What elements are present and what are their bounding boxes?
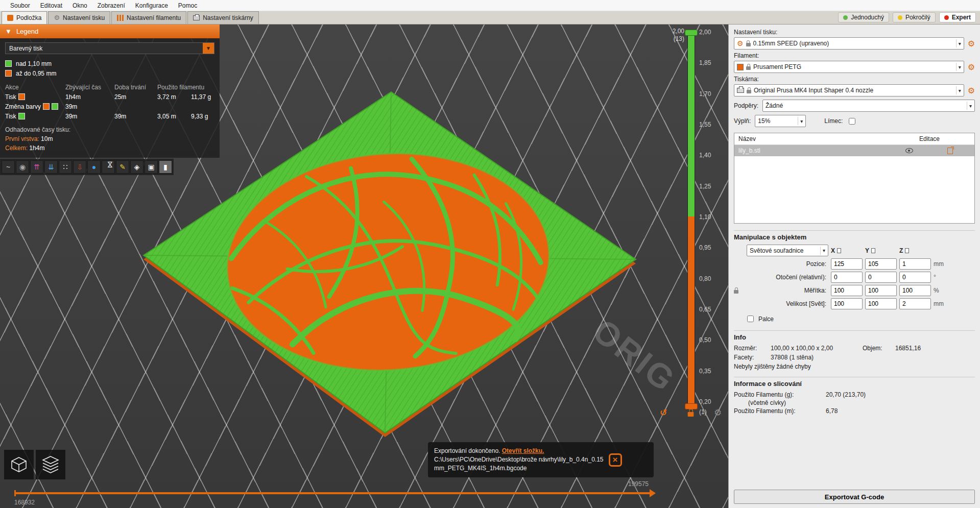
- travel-icon[interactable]: ~: [2, 160, 15, 174]
- layers-icon: [41, 455, 60, 474]
- supports-label: Podpěry:: [734, 102, 758, 109]
- position-x-input[interactable]: [831, 258, 863, 270]
- wipe-icon[interactable]: ◉: [16, 160, 29, 174]
- mode-expert-button[interactable]: Expert: [939, 12, 976, 22]
- object-row[interactable]: lily_b.stl: [734, 145, 974, 156]
- print-settings-gear-icon[interactable]: ⚙: [968, 39, 975, 49]
- 3d-viewport[interactable]: ORIG ▼ Legend Barevný tisk ▼ nad 1,10 mm…: [0, 25, 728, 508]
- position-z-input[interactable]: [899, 258, 931, 270]
- tool-change-icon[interactable]: ⇩: [73, 160, 86, 174]
- supports-select[interactable]: Žádné ▾: [762, 100, 975, 112]
- print-settings-label: Nastavení tisku:: [734, 29, 975, 36]
- scale-y-input[interactable]: [865, 285, 897, 296]
- tab-plater[interactable]: Podložka: [2, 11, 47, 24]
- seams-icon[interactable]: ∷: [59, 160, 72, 174]
- hslider-track[interactable]: [16, 492, 650, 494]
- custom-gcode-icon[interactable]: ✎: [116, 160, 129, 174]
- printer-profile-value: Original Prusa MK4 Input Shaper 0.4 nozz…: [754, 87, 953, 94]
- right-sidebar: Nastavení tisku: ⚙ 0.15mm SPEED (upraven…: [728, 25, 980, 508]
- infill-label: Výplň:: [734, 117, 751, 125]
- 3d-view-button[interactable]: [4, 450, 34, 479]
- notification-text: Exportování dokončeno. Otevřít složku. C…: [434, 447, 604, 473]
- hslider-handle[interactable]: [650, 489, 656, 497]
- axis-y-label: Y: [865, 247, 869, 254]
- edit-object-icon[interactable]: [947, 148, 953, 154]
- legend-header[interactable]: ▼ Legend: [0, 25, 220, 38]
- uniform-scale-lock-icon[interactable]: [734, 290, 738, 294]
- tab-print-settings[interactable]: ⚙ Nastavení tisku: [48, 11, 110, 24]
- gear-icon[interactable]: ⚙: [714, 407, 722, 418]
- coordinate-system-select[interactable]: Světové souřadnice ▾: [747, 245, 828, 256]
- layer-slider-bottom-layer: (1): [699, 408, 707, 416]
- printer-settings-gear-icon[interactable]: ⚙: [968, 86, 975, 95]
- color-change-icon[interactable]: ●: [87, 160, 101, 174]
- size-y-input[interactable]: [865, 298, 897, 309]
- menu-soubor[interactable]: Soubor: [5, 1, 35, 11]
- hslider-current-value: 168932: [14, 499, 35, 506]
- menu-editovat[interactable]: Editovat: [35, 1, 67, 11]
- sequential-marker-icon[interactable]: ▮: [159, 160, 172, 174]
- plater-icon: [7, 15, 13, 21]
- size-z-input[interactable]: [899, 298, 931, 309]
- rotation-z-input[interactable]: [899, 272, 931, 283]
- axis-x-label: X: [831, 247, 835, 254]
- open-folder-link[interactable]: Otevřít složku.: [502, 447, 544, 454]
- menu-zobrazeni[interactable]: Zobrazení: [92, 1, 130, 11]
- revert-icon[interactable]: ↺: [660, 407, 667, 418]
- mode-expert-dot-icon: [944, 15, 949, 20]
- chevron-down-icon: ▾: [956, 39, 961, 47]
- menu-okno[interactable]: Okno: [67, 1, 92, 11]
- tab-filament-settings-label: Nastavení filamentu: [127, 14, 181, 21]
- tool-marker-icon[interactable]: ▣: [145, 160, 158, 174]
- size-unit: mm: [934, 300, 951, 307]
- printer-profile-select[interactable]: Original Prusa MK4 Input Shaper 0.4 nozz…: [734, 84, 964, 96]
- position-unit: mm: [934, 260, 951, 268]
- brim-checkbox[interactable]: [849, 118, 855, 125]
- menu-konfigurace[interactable]: Konfigurace: [130, 1, 173, 11]
- used-filament-g-label: Použito Filamentu (g):: [734, 391, 826, 398]
- menu-pomoc[interactable]: Pomoc: [173, 1, 202, 11]
- view-type-value: Barevný tisk: [6, 45, 203, 52]
- layer-slider-ticks: 2,00 1,85 1,70 1,55 1,40 1,25 1,10 0,95 …: [699, 29, 723, 405]
- tab-printer-settings[interactable]: Nastavení tiskárny: [187, 11, 259, 24]
- print-profile-select[interactable]: ⚙ 0.15mm SPEED (upraveno) ▾: [734, 37, 964, 50]
- scale-z-input[interactable]: [899, 285, 931, 296]
- position-label: Pozice:: [747, 260, 828, 268]
- view-type-select[interactable]: Barevný tisk ▼: [5, 42, 214, 54]
- chevron-down-icon: ▾: [798, 117, 803, 125]
- filament-settings-gear-icon[interactable]: ⚙: [968, 62, 975, 72]
- row-color-swatch: [18, 93, 25, 100]
- horizontal-move-slider[interactable]: [14, 490, 656, 497]
- chevron-down-icon: ▾: [956, 63, 961, 71]
- layer-slider-top-handle[interactable]: [685, 30, 698, 36]
- rotation-y-input[interactable]: [865, 272, 897, 283]
- inches-checkbox[interactable]: [747, 316, 754, 322]
- row-color-swatch: [43, 103, 50, 110]
- mode-simple-button[interactable]: Jednoduchý: [838, 12, 889, 22]
- mode-switcher: Jednoduchý Pokročilý Expert: [838, 12, 980, 24]
- lock-icon[interactable]: [688, 412, 694, 417]
- eye-icon[interactable]: [905, 148, 913, 153]
- size-x-input[interactable]: [831, 298, 863, 309]
- export-gcode-button[interactable]: Exportovat G-code: [734, 490, 975, 504]
- collapse-arrow-icon: ▼: [5, 28, 12, 35]
- retractions-icon[interactable]: ⇈: [30, 160, 43, 174]
- col-zbyvajici-cas: Zbývající čas: [65, 84, 114, 91]
- shells-icon[interactable]: ◈: [130, 160, 144, 174]
- color-print-table: Akce Zbývající čas Doba trvání Použito f…: [5, 82, 214, 121]
- col-doba-trvani: Doba trvání: [114, 84, 157, 91]
- layers-view-button[interactable]: [36, 450, 65, 479]
- filament-profile-select[interactable]: Prusament PETG ▾: [734, 61, 964, 73]
- layer-slider-track[interactable]: [687, 32, 695, 408]
- rotation-x-input[interactable]: [831, 272, 863, 283]
- infill-select[interactable]: 15% ▾: [755, 115, 806, 127]
- pause-print-icon[interactable]: ⋈: [102, 160, 115, 174]
- mode-advanced-button[interactable]: Pokročilý: [893, 12, 936, 22]
- tab-filament-settings[interactable]: Nastavení filamentu: [111, 11, 186, 24]
- close-icon[interactable]: ×: [609, 453, 622, 467]
- position-y-input[interactable]: [865, 258, 897, 270]
- lock-icon: [746, 66, 751, 70]
- deretractions-icon[interactable]: ⇊: [44, 160, 58, 174]
- used-filament-g-value: 20,70 (213,70): [826, 391, 975, 398]
- scale-x-input[interactable]: [831, 285, 863, 296]
